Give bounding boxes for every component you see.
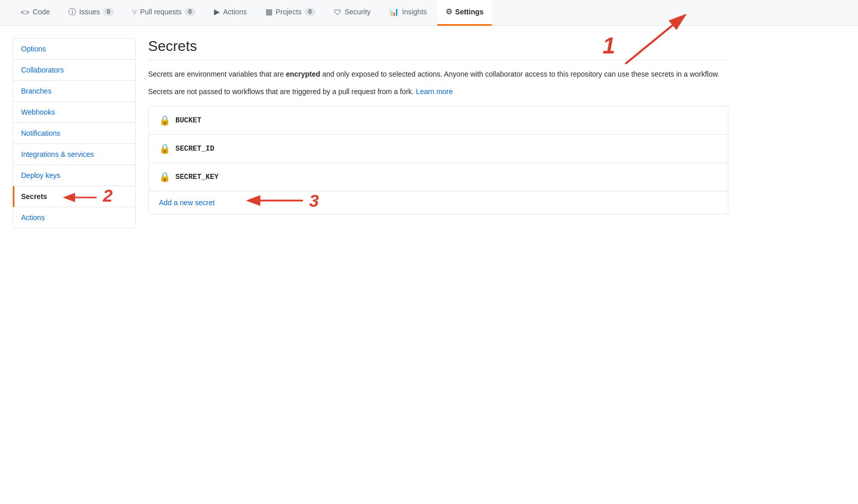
page-title: Secrets — [148, 38, 728, 55]
nav-code[interactable]: <> Code — [12, 0, 58, 26]
nav-projects[interactable]: ▦ Projects 0 — [257, 0, 324, 26]
add-secret-row: Add a new secret 3 — [149, 191, 728, 214]
secret-name-secret-key: SECRET_KEY — [175, 173, 219, 181]
nav-settings-label: Settings — [455, 8, 484, 16]
main-content: Secrets 1 Secrets are environment variab… — [148, 38, 728, 228]
pr-badge: 0 — [185, 8, 195, 16]
top-nav: <> Code ⓘ Issues 0 ⑂ Pull requests 0 ▶ A… — [0, 0, 858, 26]
security-icon: 🛡 — [334, 8, 342, 16]
sidebar-item-options[interactable]: Options — [13, 39, 135, 60]
sidebar-item-webhooks[interactable]: Webhooks — [13, 102, 135, 123]
nav-code-label: Code — [33, 8, 50, 16]
nav-settings[interactable]: ⚙ Settings — [437, 0, 492, 26]
lock-icon-bucket: 🔒 — [159, 115, 170, 126]
secret-row-bucket: 🔒 BUCKET — [149, 106, 728, 135]
nav-projects-label: Projects — [276, 8, 302, 16]
sidebar-item-secrets[interactable]: Secrets 2 — [13, 186, 135, 207]
sidebar-item-branches[interactable]: Branches — [13, 81, 135, 102]
nav-actions[interactable]: ▶ Actions — [206, 0, 255, 26]
projects-badge: 0 — [305, 8, 315, 16]
layout: Options Collaborators Branches Webhooks … — [0, 26, 741, 228]
nav-issues-label: Issues — [79, 8, 100, 16]
description-paragraph-2: Secrets are not passed to workflows that… — [148, 86, 728, 97]
nav-insights[interactable]: 📊 Insights — [381, 0, 435, 26]
code-icon: <> — [21, 8, 30, 16]
sidebar-item-actions[interactable]: Actions — [13, 207, 135, 228]
annotation-arrow-2: 2 — [61, 182, 136, 210]
sidebar-item-integrations[interactable]: Integrations & services — [13, 144, 135, 165]
pr-icon: ⑂ — [132, 8, 137, 16]
secret-name-secret-id: SECRET_ID — [175, 145, 214, 153]
nav-actions-label: Actions — [223, 8, 247, 16]
sidebar-item-deploy-keys[interactable]: Deploy keys — [13, 165, 135, 186]
lock-icon-secret-id: 🔒 — [159, 143, 170, 154]
title-divider — [148, 60, 728, 60]
description-paragraph-1: Secrets are environment variables that a… — [148, 68, 728, 80]
add-secret-link[interactable]: Add a new secret — [159, 199, 214, 207]
issues-badge: 0 — [103, 8, 114, 16]
learn-more-link[interactable]: Learn more — [416, 87, 453, 96]
svg-text:3: 3 — [309, 191, 319, 210]
nav-pull-requests[interactable]: ⑂ Pull requests 0 — [124, 0, 204, 26]
insights-icon: 📊 — [389, 7, 399, 16]
sidebar-item-notifications[interactable]: Notifications — [13, 123, 135, 144]
projects-icon: ▦ — [265, 7, 273, 16]
nav-pr-label: Pull requests — [140, 8, 182, 16]
settings-icon: ⚙ — [445, 7, 452, 16]
nav-insights-label: Insights — [402, 8, 427, 16]
secret-row-secret-id: 🔒 SECRET_ID — [149, 135, 728, 163]
secrets-table: 🔒 BUCKET 🔒 SECRET_ID 🔒 SECRET_KEY Add a … — [148, 106, 728, 214]
secret-name-bucket: BUCKET — [175, 116, 201, 124]
nav-security-label: Security — [345, 8, 371, 16]
nav-issues[interactable]: ⓘ Issues 0 — [60, 0, 122, 26]
issues-icon: ⓘ — [68, 7, 76, 17]
svg-text:2: 2 — [102, 186, 113, 205]
actions-icon: ▶ — [214, 7, 220, 16]
secret-row-secret-key: 🔒 SECRET_KEY — [149, 163, 728, 191]
sidebar-item-collaborators[interactable]: Collaborators — [13, 60, 135, 81]
nav-security[interactable]: 🛡 Security — [326, 0, 379, 26]
sidebar: Options Collaborators Branches Webhooks … — [12, 38, 136, 228]
lock-icon-secret-key: 🔒 — [159, 171, 170, 183]
